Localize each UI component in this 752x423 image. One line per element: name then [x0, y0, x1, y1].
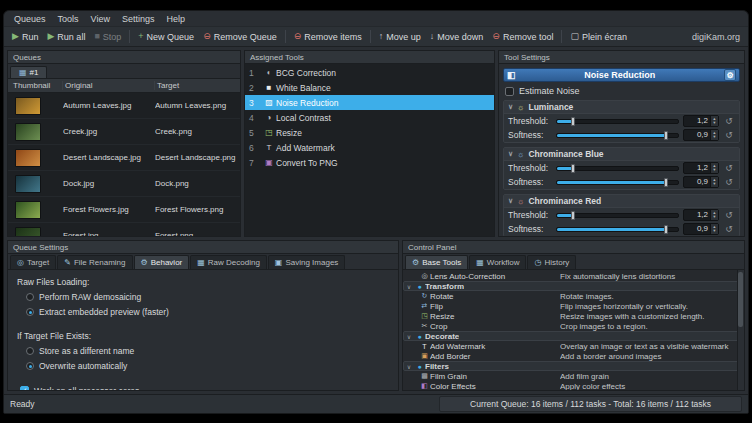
slider-handle[interactable] — [571, 164, 575, 173]
reset-icon[interactable]: ↺ — [723, 116, 735, 126]
remove-queue-button[interactable]: ⊖ Remove Queue — [199, 30, 281, 44]
tree-item-add-watermark[interactable]: T Add Watermark Overlay an image or text… — [403, 341, 744, 351]
tree-item-rotate[interactable]: ↻ Rotate Rotate images. — [403, 291, 744, 301]
table-row[interactable]: Autumn Leaves.jpg Autumn Leaves.png — [8, 93, 240, 119]
list-item[interactable]: 5 ◳ Resize — [245, 125, 494, 140]
menu-help[interactable]: Help — [160, 13, 191, 25]
menu-queues[interactable]: Queues — [8, 13, 52, 25]
raw-demosaic-option[interactable]: Perform RAW demosaicing — [26, 291, 389, 302]
threshold-slider[interactable] — [556, 119, 679, 124]
threshold-slider[interactable] — [556, 213, 679, 218]
menu-settings[interactable]: Settings — [116, 13, 161, 25]
reset-icon[interactable]: ↺ — [723, 210, 735, 220]
column-thumbnail[interactable]: Thumbnail — [11, 81, 63, 90]
all-cores-checkbox[interactable]: ✓ — [20, 386, 29, 391]
list-item-selected[interactable]: 3 ▨ Noise Reduction — [245, 95, 494, 110]
slider-handle[interactable] — [571, 117, 575, 126]
slider-handle[interactable] — [571, 211, 575, 220]
softness-spinbox[interactable]: 0,9 ▴▾ — [683, 129, 719, 141]
estimate-noise-option[interactable]: ✓ Estimate Noise — [503, 86, 740, 96]
spin-arrows-icon[interactable]: ▴▾ — [710, 130, 718, 140]
table-row[interactable]: Desert Landscape.jpg Desert Landscape.pn… — [8, 145, 240, 171]
reset-icon[interactable]: ↺ — [723, 130, 735, 140]
table-row[interactable]: Forest Flowers.jpg Forest Flowers.png — [8, 197, 240, 223]
softness-spinbox[interactable]: 0,9 ▴▾ — [683, 176, 719, 188]
spin-arrows-icon[interactable]: ▴▾ — [710, 163, 718, 173]
fullscreen-button[interactable]: ▢ Plein écran — [566, 30, 631, 44]
list-item[interactable]: 7 ▣ Convert To PNG — [245, 155, 494, 170]
tree-group-filters[interactable]: ∨ ● Filters — [403, 361, 744, 371]
list-item[interactable]: 2 ■ White Balance — [245, 80, 494, 95]
spin-arrows-icon[interactable]: ▴▾ — [710, 210, 718, 220]
threshold-spinbox[interactable]: 1,2 ▴▾ — [683, 209, 719, 221]
tree-item-add-border[interactable]: ▣ Add Border Add a border around images — [403, 351, 744, 361]
tree-item-resize[interactable]: ◳ Resize Resize images with a customized… — [403, 311, 744, 321]
softness-spinbox[interactable]: 0,9 ▴▾ — [683, 223, 719, 235]
reset-icon[interactable]: ↺ — [723, 177, 735, 187]
slider-handle[interactable] — [664, 225, 668, 234]
run-button[interactable]: ▶ Run — [8, 30, 42, 44]
move-down-button[interactable]: ↓ Move down — [426, 30, 488, 44]
tab-workflow[interactable]: ▦ Workflow — [469, 255, 526, 269]
expander-icon[interactable]: ∨ — [404, 283, 414, 290]
estimate-noise-checkbox[interactable]: ✓ — [505, 87, 514, 96]
tab-base-tools[interactable]: ⚙ Base Tools — [405, 255, 468, 269]
tree-group-decorate[interactable]: ∨ ● Decorate — [403, 331, 744, 341]
menu-tools[interactable]: Tools — [52, 13, 85, 25]
radio-button[interactable] — [26, 308, 34, 316]
tree-group-transform[interactable]: ∨ ● Transform — [403, 281, 744, 291]
tab-target[interactable]: ◎ Target — [10, 255, 56, 269]
column-target[interactable]: Target — [155, 81, 237, 90]
menu-view[interactable]: View — [85, 13, 116, 25]
stop-button[interactable]: ■ Stop — [90, 30, 125, 44]
tree-item-flip[interactable]: ⇄ Flip Flip images horizontally or verti… — [403, 301, 744, 311]
embedded-preview-option[interactable]: Extract embedded preview (faster) — [26, 306, 389, 317]
threshold-slider[interactable] — [556, 166, 679, 171]
scrollbar[interactable] — [737, 270, 744, 390]
luminance-group-header[interactable]: ∨ ☼ Luminance — [504, 101, 739, 114]
chrominance-red-group-header[interactable]: ∨ ☼ Chrominance Red — [504, 195, 739, 208]
expander-icon[interactable]: ∨ — [404, 363, 414, 370]
table-row[interactable]: Creek.jpg Creek.png — [8, 119, 240, 145]
all-cores-option[interactable]: ✓ Work on all processor cores — [20, 385, 389, 391]
tree-item-lens-auto-correction[interactable]: ◎ Lens Auto-Correction Fix automatically… — [403, 271, 744, 281]
reset-icon[interactable]: ↺ — [723, 224, 735, 234]
tree-item-crop[interactable]: ✂ Crop Crop images to a region. — [403, 321, 744, 331]
tab-file-renaming[interactable]: ✎ File Renaming — [57, 255, 132, 269]
table-row[interactable]: Forest.jpg Forest.png — [8, 223, 240, 236]
spin-arrows-icon[interactable]: ▴▾ — [710, 177, 718, 187]
column-original[interactable]: Original — [63, 81, 155, 90]
new-queue-button[interactable]: + New Queue — [134, 30, 198, 44]
radio-button[interactable] — [26, 347, 34, 355]
slider-handle[interactable] — [664, 131, 668, 140]
queue-tab-1[interactable]: ▦ #1 — [10, 66, 47, 78]
list-item[interactable]: 4 ◑ Local Contrast — [245, 110, 494, 125]
radio-button[interactable] — [26, 293, 34, 301]
tab-raw-decoding[interactable]: ▦ Raw Decoding — [190, 255, 267, 269]
spin-arrows-icon[interactable]: ▴▾ — [710, 116, 718, 126]
reset-icon[interactable]: ↺ — [723, 163, 735, 173]
different-name-option[interactable]: Store as a different name — [26, 345, 389, 356]
threshold-spinbox[interactable]: 1,2 ▴▾ — [683, 115, 719, 127]
gear-icon[interactable]: ⚙ — [724, 69, 736, 81]
table-row[interactable]: Dock.jpg Dock.png — [8, 171, 240, 197]
overwrite-option[interactable]: Overwrite automatically — [26, 360, 389, 371]
radio-button[interactable] — [26, 362, 34, 370]
tree-item-color-effects[interactable]: ◧ Color Effects Apply color effects — [403, 381, 744, 390]
remove-items-button[interactable]: ⊖ Remove items — [290, 30, 366, 44]
softness-slider[interactable] — [556, 133, 679, 138]
slider-handle[interactable] — [664, 178, 668, 187]
expander-icon[interactable]: ∨ — [404, 333, 414, 340]
tab-saving-images[interactable]: ▣ Saving Images — [268, 255, 345, 269]
remove-tool-button[interactable]: ⊖ Remove tool — [488, 30, 557, 44]
tab-history[interactable]: ◷ History — [527, 255, 576, 269]
move-up-button[interactable]: ↑ Move up — [375, 30, 425, 44]
tree-item-film-grain[interactable]: ▩ Film Grain Add film grain — [403, 371, 744, 381]
spin-arrows-icon[interactable]: ▴▾ — [710, 224, 718, 234]
run-all-button[interactable]: ▶ Run all — [43, 30, 89, 44]
softness-slider[interactable] — [556, 180, 679, 185]
chrominance-blue-group-header[interactable]: ∨ ☼ Chrominance Blue — [504, 148, 739, 161]
tab-behavior[interactable]: ⚙ Behavior — [134, 255, 190, 269]
list-item[interactable]: 1 ◐ BCG Correction — [245, 65, 494, 80]
list-item[interactable]: 6 T Add Watermark — [245, 140, 494, 155]
